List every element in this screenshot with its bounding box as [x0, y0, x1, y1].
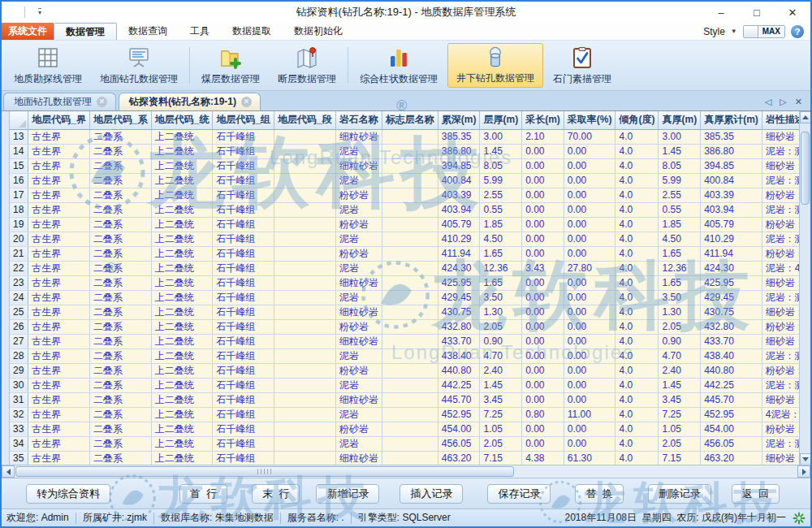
cell[interactable]: 4.0 [615, 232, 659, 246]
cell[interactable]: 2.05 [480, 436, 522, 451]
cell[interactable]: 粉砂岩 [335, 363, 382, 378]
cell[interactable]: 二叠系 [90, 334, 152, 348]
scroll-down-icon[interactable] [800, 453, 810, 465]
vertical-scroll-thumb[interactable] [801, 132, 810, 205]
cell[interactable]: 4.0 [615, 378, 659, 392]
add-record-button[interactable]: 新增记录 [316, 484, 379, 504]
cell[interactable]: 泥岩 [335, 144, 382, 158]
cell[interactable]: 泥岩 [335, 436, 382, 451]
cell[interactable]: 二叠系 [90, 202, 152, 217]
column-header-12[interactable]: 真厚(m) [659, 111, 701, 129]
cell[interactable]: 2.55 [480, 188, 522, 202]
cell[interactable] [274, 232, 336, 246]
tab-close-all-icon[interactable]: ✕ [795, 97, 802, 107]
cell[interactable] [274, 275, 336, 290]
cell[interactable]: 1.65 [480, 246, 522, 261]
cell[interactable]: 11.00 [564, 407, 615, 422]
cell[interactable] [382, 348, 438, 363]
cell[interactable]: 二叠系 [90, 129, 152, 144]
cell[interactable] [274, 246, 336, 261]
cell[interactable]: 0.00 [564, 422, 615, 436]
cell[interactable]: 古生界 [28, 246, 90, 261]
cell[interactable]: 454.00 [701, 422, 762, 436]
cell[interactable] [382, 363, 438, 378]
cell[interactable]: 二叠系 [90, 436, 152, 451]
cell[interactable]: 424.30 [701, 261, 762, 275]
cell[interactable]: 粉砂岩 [335, 188, 382, 202]
cell[interactable]: 泥岩 [335, 348, 382, 363]
cell[interactable]: 二叠系 [90, 407, 152, 422]
cell[interactable]: 394.85 [438, 158, 480, 173]
cell[interactable]: 二叠系 [90, 217, 152, 232]
row-number[interactable]: 29 [10, 363, 28, 378]
select-all-corner[interactable] [10, 111, 28, 129]
cell[interactable] [382, 334, 438, 348]
cell[interactable] [274, 305, 336, 319]
cell[interactable]: 1.65 [480, 275, 522, 290]
insert-record-button[interactable]: 插入记录 [400, 484, 463, 504]
cell[interactable]: 0.00 [522, 188, 564, 202]
cell[interactable] [382, 451, 438, 465]
return-button[interactable]: 返 回 [732, 484, 780, 504]
column-header-3[interactable]: 地层代码_组 [213, 111, 274, 129]
cell[interactable]: 上二叠统 [151, 392, 213, 407]
cell[interactable]: 石千峰组 [213, 246, 274, 261]
cell[interactable]: 0.00 [564, 246, 615, 261]
ribbon-button-underground-borehole[interactable]: 井下钻孔数据管理 [447, 43, 543, 88]
cell[interactable]: 1.85 [659, 217, 701, 232]
cell[interactable]: 4.70 [659, 348, 701, 363]
cell[interactable] [382, 261, 438, 275]
cell[interactable]: 411.94 [438, 246, 480, 261]
column-header-1[interactable]: 地层代码_系 [90, 111, 152, 129]
cell[interactable]: 上二叠统 [151, 319, 213, 334]
cell[interactable]: 0.00 [522, 422, 564, 436]
cell[interactable] [274, 422, 336, 436]
convert-composite-button[interactable]: 转为综合资料 [26, 484, 110, 504]
cell[interactable]: 二叠系 [90, 261, 152, 275]
cell[interactable]: 2.05 [480, 319, 522, 334]
cell[interactable]: 细粒砂岩 [335, 334, 382, 348]
cell[interactable]: 石千峰组 [213, 144, 274, 158]
row-number[interactable]: 25 [10, 305, 28, 319]
cell[interactable]: 泥岩 [335, 290, 382, 305]
cell[interactable]: 1.30 [659, 305, 701, 319]
column-header-0[interactable]: 地层代码_界 [28, 111, 90, 129]
cell[interactable]: 古生界 [28, 378, 90, 392]
cell[interactable]: 石千峰组 [213, 158, 274, 173]
cell[interactable]: 394.85 [701, 158, 762, 173]
cell[interactable] [382, 392, 438, 407]
cell[interactable]: 403.39 [438, 188, 480, 202]
cell[interactable]: 410.29 [438, 232, 480, 246]
cell[interactable]: 古生界 [28, 144, 90, 158]
row-number[interactable]: 16 [10, 173, 28, 188]
cell[interactable]: 410.29 [701, 232, 762, 246]
cell[interactable]: 石千峰组 [213, 348, 274, 363]
cell[interactable] [274, 173, 336, 188]
cell[interactable]: 二叠系 [90, 144, 152, 158]
cell[interactable]: 403.94 [438, 202, 480, 217]
cell[interactable]: 二叠系 [90, 348, 152, 363]
cell[interactable]: 0.00 [564, 144, 615, 158]
cell[interactable]: 1.45 [480, 144, 522, 158]
cell[interactable]: 0.00 [564, 217, 615, 232]
cell[interactable]: 石千峰组 [213, 188, 274, 202]
row-number[interactable]: 26 [10, 319, 28, 334]
column-header-9[interactable]: 采长(m) [522, 111, 564, 129]
cell[interactable]: 二叠系 [90, 305, 152, 319]
cell[interactable]: 2.40 [659, 363, 701, 378]
cell[interactable]: 5.99 [659, 173, 701, 188]
cell[interactable]: 细粒砂岩 [335, 392, 382, 407]
cell[interactable]: 上二叠统 [151, 305, 213, 319]
row-number[interactable]: 21 [10, 246, 28, 261]
row-number[interactable]: 32 [10, 407, 28, 422]
cell[interactable]: 上二叠统 [151, 378, 213, 392]
cell[interactable]: 细粒砂岩 [335, 305, 382, 319]
cell[interactable] [274, 436, 336, 451]
cell[interactable]: 1.45 [659, 144, 701, 158]
cell[interactable]: 石千峰组 [213, 261, 274, 275]
cell[interactable]: 385.35 [438, 129, 480, 144]
cell[interactable]: 5.99 [480, 173, 522, 188]
cell[interactable]: 石千峰组 [213, 451, 274, 465]
system-file-button[interactable]: 系统文件 [2, 23, 54, 40]
cell[interactable]: 上二叠统 [151, 246, 213, 261]
